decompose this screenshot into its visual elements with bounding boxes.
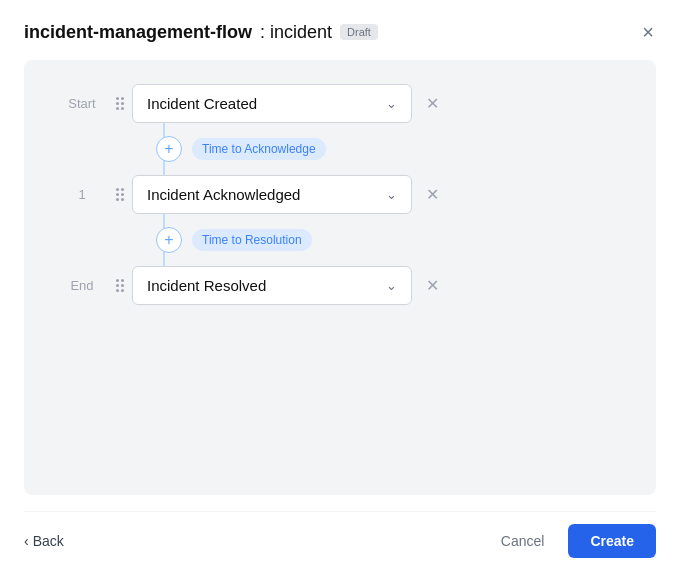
flow-canvas: Start Incident Created ⌄ ✕ + Time to Ack… [24, 60, 656, 495]
step-row-1: 1 Incident Acknowledged ⌄ ✕ [56, 175, 624, 214]
cancel-button[interactable]: Cancel [489, 525, 557, 557]
add-step-1-button[interactable]: + [156, 136, 182, 162]
connector-row-2: + Time to Resolution [56, 214, 312, 266]
time-badge-2: Time to Resolution [192, 229, 312, 251]
step-select-1[interactable]: Incident Acknowledged ⌄ [132, 175, 412, 214]
draft-badge: Draft [340, 24, 378, 40]
chevron-down-icon-1: ⌄ [386, 187, 397, 202]
step-select-start-value: Incident Created [147, 95, 257, 112]
step-label-start: Start [56, 96, 108, 111]
step-select-end[interactable]: Incident Resolved ⌄ [132, 266, 412, 305]
chevron-down-icon-end: ⌄ [386, 278, 397, 293]
step-row-start: Start Incident Created ⌄ ✕ [56, 84, 624, 123]
remove-step-end-button[interactable]: ✕ [424, 276, 441, 296]
back-button[interactable]: ‹ Back [24, 533, 64, 549]
step-label-end: End [56, 278, 108, 293]
drag-handle-end[interactable] [116, 279, 124, 292]
step-row-end: End Incident Resolved ⌄ ✕ [56, 266, 624, 305]
connector-row-1: + Time to Acknowledge [56, 123, 326, 175]
header: incident-management-flow : incident Draf… [24, 20, 656, 44]
step-label-1: 1 [56, 187, 108, 202]
remove-step-1-button[interactable]: ✕ [424, 185, 441, 205]
modal-container: incident-management-flow : incident Draf… [0, 0, 680, 574]
add-step-2-button[interactable]: + [156, 227, 182, 253]
step-select-end-value: Incident Resolved [147, 277, 266, 294]
chevron-down-icon-start: ⌄ [386, 96, 397, 111]
footer-right: Cancel Create [489, 524, 656, 558]
back-label: Back [33, 533, 64, 549]
step-select-start[interactable]: Incident Created ⌄ [132, 84, 412, 123]
back-arrow-icon: ‹ [24, 533, 29, 549]
colon-incident: : incident [260, 22, 332, 43]
flow-name: incident-management-flow [24, 22, 252, 43]
time-badge-1: Time to Acknowledge [192, 138, 326, 160]
create-button[interactable]: Create [568, 524, 656, 558]
step-select-1-value: Incident Acknowledged [147, 186, 300, 203]
remove-step-start-button[interactable]: ✕ [424, 94, 441, 114]
close-button[interactable]: × [640, 20, 656, 44]
drag-handle-1[interactable] [116, 188, 124, 201]
footer: ‹ Back Cancel Create [24, 511, 656, 574]
header-title: incident-management-flow : incident Draf… [24, 22, 378, 43]
drag-handle-start[interactable] [116, 97, 124, 110]
